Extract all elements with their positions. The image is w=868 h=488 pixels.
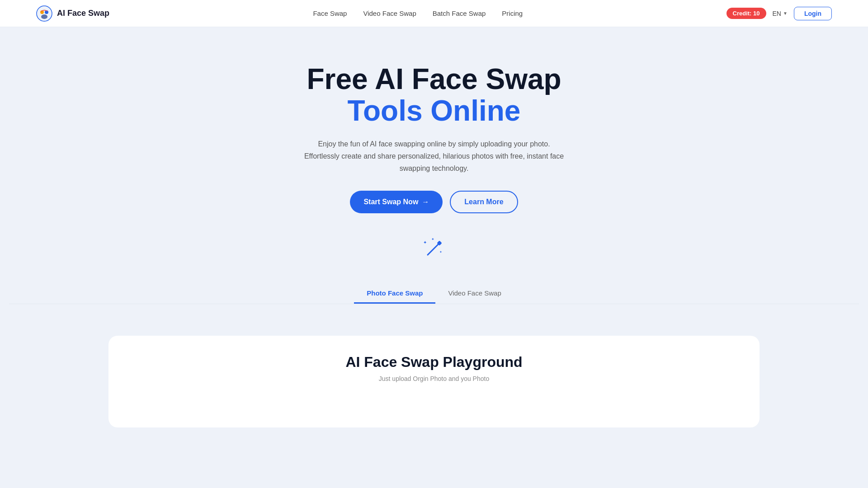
nav-video-face-swap[interactable]: Video Face Swap <box>363 9 416 17</box>
login-button[interactable]: Login <box>794 7 832 20</box>
learn-more-button[interactable]: Learn More <box>450 191 518 213</box>
magic-wand-icon: ✦ ✦ ✦ <box>421 236 447 261</box>
brand-logo[interactable]: AI Face Swap <box>36 5 109 22</box>
svg-text:✦: ✦ <box>431 237 434 241</box>
tab-photo-face-swap[interactable]: Photo Face Swap <box>354 284 435 304</box>
nav-right: Credit: 10 EN ▼ Login <box>726 7 832 20</box>
svg-line-7 <box>428 243 439 255</box>
svg-point-3 <box>41 14 47 19</box>
tabs-wrapper: Photo Face Swap Video Face Swap <box>9 284 859 318</box>
nav-pricing[interactable]: Pricing <box>502 9 523 17</box>
chevron-down-icon: ▼ <box>783 11 788 16</box>
tabs-divider <box>9 304 859 304</box>
start-swap-button[interactable]: Start Swap Now → <box>350 191 443 213</box>
magic-icon-container: ✦ ✦ ✦ <box>9 236 859 261</box>
playground-subtitle: Just upload Orgin Photo and you Photo <box>136 375 732 382</box>
credit-badge[interactable]: Credit: 10 <box>726 8 766 19</box>
hero-description: Enjoy the fun of AI face swapping online… <box>303 138 565 175</box>
brand-name: AI Face Swap <box>57 9 109 18</box>
svg-text:✦: ✦ <box>423 240 427 245</box>
nav-links: Face Swap Video Face Swap Batch Face Swa… <box>313 9 523 17</box>
svg-text:✦: ✦ <box>439 250 442 253</box>
playground-card: AI Face Swap Playground Just upload Orgi… <box>108 336 760 427</box>
hero-title-line2: Tools Online <box>9 95 859 127</box>
hero-section: Free AI Face Swap Tools Online Enjoy the… <box>0 27 868 336</box>
logo-icon <box>36 5 52 22</box>
tab-video-face-swap[interactable]: Video Face Swap <box>435 284 514 304</box>
playground-title: AI Face Swap Playground <box>136 354 732 371</box>
nav-batch-face-swap[interactable]: Batch Face Swap <box>433 9 486 17</box>
start-swap-label: Start Swap Now <box>363 198 418 206</box>
hero-buttons: Start Swap Now → Learn More <box>9 191 859 213</box>
hero-title-line1: Free AI Face Swap <box>9 63 859 95</box>
language-selector[interactable]: EN ▼ <box>773 10 788 17</box>
arrow-icon: → <box>422 198 429 206</box>
nav-face-swap[interactable]: Face Swap <box>313 9 347 17</box>
lang-label: EN <box>773 10 781 17</box>
navbar: AI Face Swap Face Swap Video Face Swap B… <box>0 0 868 27</box>
tabs-container: Photo Face Swap Video Face Swap <box>354 284 514 304</box>
playground-section: AI Face Swap Playground Just upload Orgi… <box>0 336 868 427</box>
hero-title: Free AI Face Swap Tools Online <box>9 63 859 127</box>
